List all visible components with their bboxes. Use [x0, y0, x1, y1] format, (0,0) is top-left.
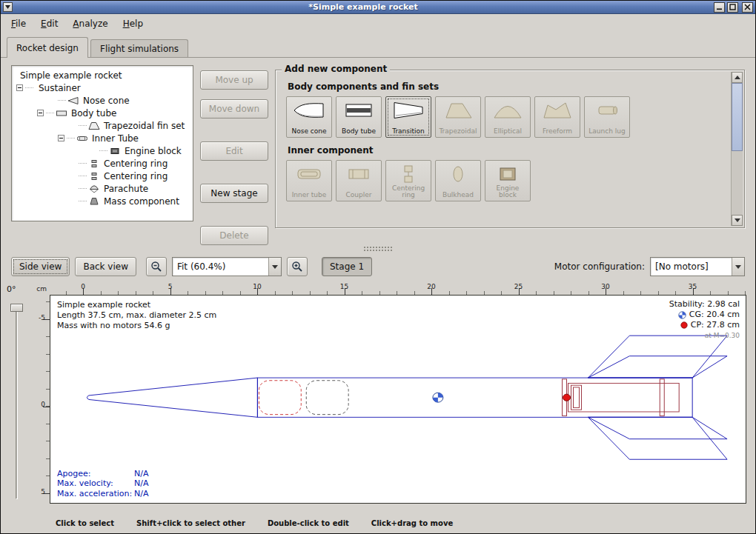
tree-row-fin-set[interactable]: Trapezoidal fin set: [13, 119, 191, 132]
bulkhead-icon: [442, 164, 474, 184]
inner-tube-outline[interactable]: [568, 383, 680, 412]
centering-ring-icon: [392, 164, 425, 184]
titlebar[interactable]: *Simple example rocket: [1, 1, 755, 14]
rocket-info-block: Simple example rocket Length 37.5 cm, ma…: [57, 300, 216, 331]
nose-cone-outline[interactable]: [87, 378, 257, 417]
hint-shift-click: Shift+click to select other: [136, 519, 245, 533]
mass-component-outline[interactable]: [306, 381, 348, 415]
freeform-fin-icon: [541, 101, 574, 120]
design-top-section: Simple example rocket Sustainer Nose con…: [1, 58, 755, 245]
dropdown-arrow-icon[interactable]: [268, 258, 281, 276]
collapse-toggle-icon[interactable]: [16, 84, 23, 91]
close-button[interactable]: [742, 2, 753, 13]
component-scrollbar[interactable]: [731, 72, 743, 226]
tree-row-nose-cone[interactable]: Nose cone: [13, 94, 191, 107]
tree-row-sustainer[interactable]: Sustainer: [13, 81, 191, 94]
tree-row-centering-ring-2[interactable]: Centering ring: [13, 170, 191, 182]
add-launch-lug-button[interactable]: Launch lug: [584, 96, 630, 138]
split-divider[interactable]: [1, 245, 755, 252]
zoom-select[interactable]: Fit (60.4%): [172, 257, 282, 276]
stability-value: Stability: 2.98 cal: [669, 299, 740, 310]
motor-configuration-select[interactable]: [No motors]: [650, 257, 745, 276]
menu-analyze[interactable]: Analyze: [66, 16, 114, 31]
add-transition-button[interactable]: Transition: [385, 96, 431, 138]
hint-click-drag: Click+drag to move: [371, 519, 453, 533]
scroll-down-button[interactable]: [732, 215, 743, 226]
parachute-outline[interactable]: [259, 381, 301, 415]
minimize-button[interactable]: [714, 2, 725, 13]
add-body-tube-button[interactable]: Body tube: [336, 96, 382, 138]
collapse-toggle-icon[interactable]: [58, 135, 64, 141]
edit-button[interactable]: Edit: [200, 141, 268, 161]
move-down-button[interactable]: Move down: [200, 99, 268, 119]
max-velocity-label: Max. velocity:: [57, 478, 134, 489]
zoom-select-value: Fit (60.4%): [173, 258, 268, 276]
add-freeform-fin-button[interactable]: Freeform: [534, 96, 580, 138]
window-menu-icon[interactable]: [3, 2, 13, 12]
maximize-button[interactable]: [727, 2, 738, 13]
parachute-icon: [88, 184, 100, 193]
cp-value: CP: 27.8 cm: [691, 320, 740, 330]
scroll-thumb[interactable]: [732, 83, 743, 151]
view-toolbar: Side view Back view Fit (60.4%) Stage 1 …: [1, 252, 755, 281]
dropdown-arrow-icon[interactable]: [732, 258, 744, 276]
maximize-icon: [729, 4, 736, 10]
back-view-button[interactable]: Back view: [75, 257, 136, 276]
tab-flight-simulations[interactable]: Flight simulations: [90, 39, 188, 57]
rocket-canvas[interactable]: Simple example rocket Length 37.5 cm, ma…: [50, 295, 746, 504]
move-up-button[interactable]: Move up: [200, 70, 268, 90]
tree-row-mass-component[interactable]: Mass component: [13, 195, 191, 207]
tree-row-body-tube[interactable]: Body tube: [13, 107, 191, 119]
add-bulkhead-button[interactable]: Bulkhead: [435, 160, 481, 201]
body-components-group-label: Body components and fin sets: [288, 81, 725, 92]
new-stage-button[interactable]: New stage: [200, 184, 268, 203]
tree-row-centering-ring-1[interactable]: Centering ring: [13, 157, 191, 170]
engine-block-outline[interactable]: [571, 385, 582, 410]
rocket-dimensions: Length 37.5 cm, max. diameter 2.5 cm: [57, 310, 216, 321]
tree-row-rocket[interactable]: Simple example rocket: [13, 69, 191, 81]
mass-component-icon: [88, 197, 100, 206]
nose-cone-icon: [293, 101, 325, 120]
up-arrow-icon: [735, 76, 740, 79]
scroll-up-button[interactable]: [732, 72, 743, 83]
add-engine-block-button[interactable]: Engine block: [485, 160, 531, 201]
body-tube-outline[interactable]: [257, 378, 692, 417]
collapse-toggle-icon[interactable]: [37, 110, 44, 116]
add-elliptical-fin-button[interactable]: Elliptical: [485, 96, 531, 138]
add-inner-tube-button[interactable]: Inner tube: [286, 160, 332, 201]
component-tree[interactable]: Simple example rocket Sustainer Nose con…: [11, 65, 193, 221]
menu-file[interactable]: File: [4, 16, 33, 31]
fin-upper-projection: [588, 356, 727, 378]
add-trapezoidal-fin-button[interactable]: Trapezoidal: [435, 96, 481, 138]
tree-actions: Move up Move down Edit New stage Delete: [200, 65, 268, 245]
app-window: *Simple example rocket File Edit Analyze…: [0, 0, 756, 534]
rotation-slider-thumb[interactable]: [10, 304, 23, 312]
cp-marker: [563, 394, 571, 401]
add-coupler-button[interactable]: Coupler: [336, 160, 382, 201]
add-centering-ring-button[interactable]: Centering ring: [385, 160, 431, 201]
stage-1-toggle-button[interactable]: Stage 1: [322, 257, 372, 276]
tree-row-inner-tube[interactable]: Inner Tube: [13, 132, 191, 144]
centering-ring-outline[interactable]: [660, 379, 664, 416]
side-view-button[interactable]: Side view: [11, 257, 70, 276]
tree-row-engine-block[interactable]: Engine block: [13, 144, 191, 157]
zoom-in-button[interactable]: [287, 257, 308, 276]
rotation-angle-label: 0°: [7, 284, 16, 294]
fin-upper-outline[interactable]: [588, 336, 727, 378]
add-nose-cone-button[interactable]: Nose cone: [286, 96, 332, 138]
max-acceleration-value: N/A: [134, 489, 148, 499]
flight-data-block: Apogee:N/A Max. velocity:N/A Max. accele…: [57, 469, 148, 499]
tree-row-parachute[interactable]: Parachute: [13, 182, 191, 195]
scroll-track[interactable]: [732, 83, 743, 215]
fin-lower-outline[interactable]: [588, 417, 727, 459]
menu-help[interactable]: Help: [116, 16, 150, 31]
apogee-label: Apogee:: [57, 469, 134, 479]
rocket-mass: Mass with no motors 54.6 g: [57, 321, 216, 331]
tab-rocket-design[interactable]: Rocket design: [7, 37, 88, 58]
menu-edit[interactable]: Edit: [34, 16, 64, 31]
delete-button[interactable]: Delete: [200, 226, 268, 245]
hint-click-select: Click to select: [56, 519, 114, 533]
zoom-out-button[interactable]: [146, 257, 167, 276]
close-icon: [744, 4, 751, 10]
rotation-slider-track[interactable]: [16, 310, 18, 499]
